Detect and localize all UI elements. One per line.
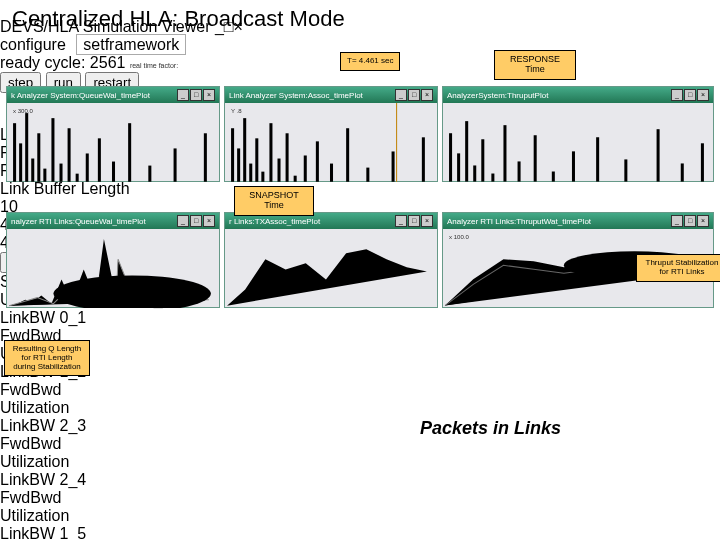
svg-rect-63 <box>681 163 684 181</box>
svg-rect-30 <box>330 164 333 182</box>
svg-rect-51 <box>465 121 468 181</box>
link-box: LinkBW 2_4FwdBwdUtilization <box>0 471 720 525</box>
plot-queue-time: k Analyzer System:QueueWai_timePlot _□× … <box>6 86 220 182</box>
callout-snapshot: SNAPSHOT Time <box>234 186 314 216</box>
svg-rect-16 <box>204 133 207 181</box>
callout-time: T= 4.461 sec <box>340 52 400 71</box>
window-controls[interactable]: _□× <box>670 89 709 101</box>
axis-label: x 100.0 <box>449 234 469 240</box>
close-icon: × <box>203 89 215 101</box>
svg-rect-59 <box>572 151 575 181</box>
svg-rect-23 <box>261 172 264 182</box>
plot-title-text: nalyzer RTI Links:QueueWai_timePlot <box>11 217 146 226</box>
svg-rect-2 <box>25 113 28 182</box>
svg-rect-61 <box>624 159 627 181</box>
svg-rect-53 <box>481 139 484 181</box>
utilization-label: Utilization <box>0 399 720 417</box>
svg-rect-18 <box>231 128 234 181</box>
svg-rect-7 <box>60 164 63 182</box>
svg-rect-50 <box>457 153 460 181</box>
svg-rect-22 <box>255 138 258 181</box>
menu-setframework[interactable]: setframework <box>76 34 186 55</box>
svg-rect-31 <box>346 128 349 181</box>
svg-rect-55 <box>503 125 506 181</box>
window-controls[interactable]: _□× <box>176 215 215 227</box>
window-controls[interactable]: _□× <box>176 89 215 101</box>
window-controls[interactable]: _□× <box>394 89 433 101</box>
page-title: Centralized HLA: Broadcast Mode <box>12 6 345 32</box>
axis-label: x 300.0 <box>13 108 33 114</box>
link-name: LinkBW 1_2 <box>0 363 720 381</box>
svg-rect-33 <box>392 151 395 181</box>
svg-rect-3 <box>31 159 34 182</box>
svg-rect-26 <box>286 133 289 181</box>
svg-rect-0 <box>13 123 16 182</box>
svg-rect-54 <box>491 174 494 182</box>
plot-title-text: Link Analyzer System:Assoc_timePlot <box>229 91 363 100</box>
link-name: LinkBW 2_4 <box>0 471 720 489</box>
window-controls[interactable]: _□× <box>670 215 709 227</box>
svg-rect-25 <box>278 159 281 182</box>
plot-title-text: Analyzer RTI Links:ThruputWat_timePlot <box>447 217 591 226</box>
window-controls[interactable]: _□× <box>394 215 433 227</box>
axis-label: Y .8 <box>231 108 242 114</box>
link-box: LinkBW 2_3FwdBwdUtilization <box>0 417 720 471</box>
link-name: LinkBW 2_3 <box>0 417 720 435</box>
cycle-value: cycle: 2561 <box>44 54 125 71</box>
svg-rect-32 <box>366 168 369 182</box>
svg-rect-34 <box>422 137 425 181</box>
svg-rect-4 <box>37 133 40 181</box>
utilization-window: Utilization Information_□× LinkBW 0_1Fwd… <box>0 291 720 540</box>
plot-assoc-time: Link Analyzer System:Assoc_timePlot_□× Y… <box>224 86 438 182</box>
sim-menu[interactable]: configure setframework <box>0 36 246 54</box>
min-icon: _ <box>177 89 189 101</box>
svg-rect-14 <box>148 166 151 182</box>
callout-thruput: Thruput Stabilization for RTI Links <box>636 254 720 282</box>
svg-rect-56 <box>518 161 521 181</box>
svg-rect-49 <box>449 133 452 181</box>
plot-title-text: AnalyzerSystem:ThruputPlot <box>447 91 548 100</box>
plot-title-text: k Analyzer System:QueueWai_timePlot <box>11 91 150 100</box>
menu-configure[interactable]: configure <box>0 36 66 53</box>
svg-rect-15 <box>174 148 177 181</box>
svg-rect-20 <box>243 118 246 182</box>
link-name: LinkBW 1_5 <box>0 525 720 540</box>
utilization-label: Utilization <box>0 507 720 525</box>
svg-rect-24 <box>269 123 272 182</box>
svg-rect-60 <box>596 137 599 181</box>
callout-response: RESPONSE Time <box>494 50 576 80</box>
plot-links-tx: r Links:TXAssoc_timePlot_□× <box>224 212 438 308</box>
svg-rect-5 <box>43 169 46 182</box>
plot-thruput-top: AnalyzerSystem:ThruputPlot_□× <box>442 86 714 182</box>
svg-rect-10 <box>86 153 89 181</box>
svg-rect-28 <box>304 155 307 181</box>
svg-rect-64 <box>701 143 704 181</box>
link-box: LinkBW 1_2FwdBwdUtilization <box>0 363 720 417</box>
packets-in-links-label: Packets in Links <box>420 418 561 439</box>
svg-rect-57 <box>534 135 537 181</box>
svg-rect-27 <box>294 176 297 182</box>
svg-rect-52 <box>473 165 476 181</box>
max-icon: □ <box>190 89 202 101</box>
utilization-label: Utilization <box>0 453 720 471</box>
svg-rect-13 <box>128 123 131 182</box>
utilization-label: Utilization <box>0 345 720 363</box>
svg-rect-29 <box>316 141 319 181</box>
svg-rect-8 <box>68 128 71 181</box>
svg-rect-19 <box>237 148 240 181</box>
callout-qlength: Resulting Q Length for RTI Length during… <box>4 340 90 376</box>
svg-rect-9 <box>76 174 79 182</box>
svg-rect-11 <box>98 138 101 181</box>
plot-title-text: r Links:TXAssoc_timePlot <box>229 217 320 226</box>
plot-rti-queue: nalyzer RTI Links:QueueWai_timePlot_□× <box>6 212 220 308</box>
svg-point-66 <box>53 275 210 307</box>
svg-rect-62 <box>657 129 660 181</box>
svg-rect-6 <box>51 118 54 182</box>
svg-rect-58 <box>552 172 555 182</box>
svg-rect-21 <box>249 164 252 182</box>
svg-rect-12 <box>112 162 115 182</box>
svg-rect-1 <box>19 143 22 181</box>
link-box: LinkBW 0_1FwdBwdUtilization <box>0 309 720 363</box>
status-ready: ready <box>0 54 40 71</box>
link-box: LinkBW 1_5FwdBwdUtilization <box>0 525 720 540</box>
